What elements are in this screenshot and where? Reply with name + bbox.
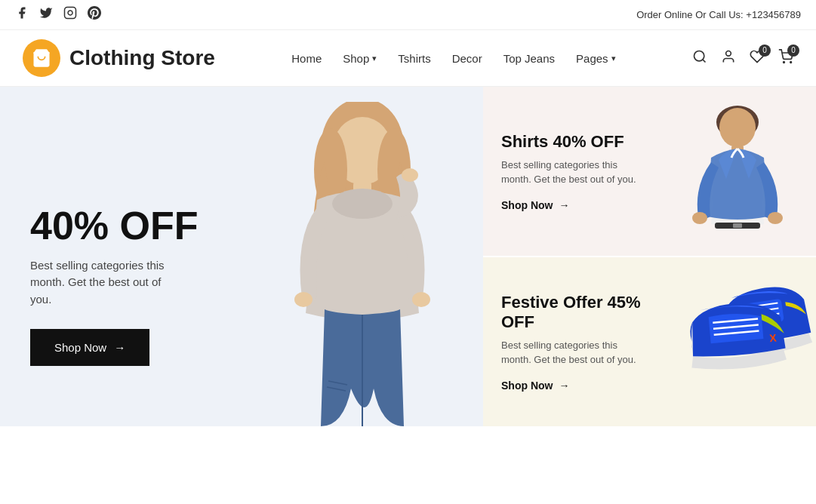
pinterest-icon[interactable] xyxy=(88,6,101,23)
festive-panel-image: X xyxy=(677,274,798,410)
shirts-arrow-icon: → xyxy=(559,199,569,211)
festive-arrow-icon: → xyxy=(559,380,569,392)
shirts-panel-content: Shirts 40% OFF Best selling categories t… xyxy=(501,132,677,211)
svg-point-24 xyxy=(768,212,783,224)
main-content: 40% OFF Best selling categories this mon… xyxy=(0,87,816,426)
hero-shop-now-button[interactable]: Shop Now → xyxy=(30,329,149,366)
svg-point-21 xyxy=(719,108,756,147)
festive-shop-now-button[interactable]: Shop Now → xyxy=(501,380,569,392)
hero-discount: 40% OFF xyxy=(30,203,199,248)
svg-point-13 xyxy=(332,189,393,219)
svg-point-17 xyxy=(294,292,313,307)
shirts-panel-image xyxy=(677,103,798,239)
search-icon[interactable] xyxy=(692,49,707,68)
svg-point-23 xyxy=(692,212,707,224)
wishlist-icon[interactable]: 0 xyxy=(750,49,765,68)
svg-point-5 xyxy=(726,51,731,56)
nav-tshirts[interactable]: Tshirts xyxy=(398,52,430,65)
nav-decor[interactable]: Decor xyxy=(452,52,482,65)
hero-description: Best selling categories this month. Get … xyxy=(30,257,181,309)
user-icon[interactable] xyxy=(721,49,736,68)
nav-shop[interactable]: Shop ▾ xyxy=(343,52,377,65)
shirts-shop-now-button[interactable]: Shop Now → xyxy=(501,199,569,211)
hero-woman-image xyxy=(264,102,460,426)
top-bar: Order Online Or Call Us: +123456789 xyxy=(0,0,816,30)
wishlist-badge: 0 xyxy=(759,45,771,57)
cart-badge: 0 xyxy=(787,45,799,57)
hero-banner: 40% OFF Best selling categories this mon… xyxy=(0,87,483,426)
nav-home[interactable]: Home xyxy=(291,52,322,65)
festive-panel: Festive Offer 45% OFF Best selling categ… xyxy=(483,257,816,426)
shirts-panel-title: Shirts 40% OFF xyxy=(501,132,677,152)
twitter-icon[interactable] xyxy=(39,6,53,23)
shop-chevron-icon: ▾ xyxy=(372,54,377,63)
hero-text-block: 40% OFF Best selling categories this mon… xyxy=(30,203,199,367)
svg-line-4 xyxy=(703,59,706,62)
contact-info: Order Online Or Call Us: +123456789 xyxy=(636,9,801,20)
hero-right-panels: Shirts 40% OFF Best selling categories t… xyxy=(483,87,816,426)
logo-icon xyxy=(23,39,60,77)
shirts-panel: Shirts 40% OFF Best selling categories t… xyxy=(483,87,816,257)
svg-point-7 xyxy=(790,61,792,63)
svg-point-6 xyxy=(784,61,785,63)
festive-panel-desc: Best selling categories this month. Get … xyxy=(501,338,637,367)
main-nav: Home Shop ▾ Tshirts Decor Top Jeans Page… xyxy=(291,52,615,65)
facebook-icon[interactable] xyxy=(15,6,29,23)
nav-pages[interactable]: Pages ▾ xyxy=(576,52,616,65)
header-actions: 0 0 xyxy=(692,49,793,68)
logo: Clothing Store xyxy=(23,39,215,77)
cart-icon[interactable]: 0 xyxy=(778,49,793,68)
svg-rect-26 xyxy=(733,223,742,228)
svg-rect-0 xyxy=(65,8,76,19)
shirts-panel-desc: Best selling categories this month. Get … xyxy=(501,158,637,187)
social-icons xyxy=(15,6,101,23)
svg-point-3 xyxy=(694,51,704,60)
svg-point-19 xyxy=(402,168,418,182)
festive-panel-title: Festive Offer 45% OFF xyxy=(501,293,677,332)
instagram-icon[interactable] xyxy=(63,6,77,23)
arrow-icon: → xyxy=(114,341,125,354)
nav-top-jeans[interactable]: Top Jeans xyxy=(503,52,555,65)
svg-point-18 xyxy=(412,292,430,307)
pages-chevron-icon: ▾ xyxy=(611,54,616,63)
logo-text: Clothing Store xyxy=(69,46,215,70)
header: Clothing Store Home Shop ▾ Tshirts Decor… xyxy=(0,30,816,87)
festive-panel-content: Festive Offer 45% OFF Best selling categ… xyxy=(501,293,677,392)
